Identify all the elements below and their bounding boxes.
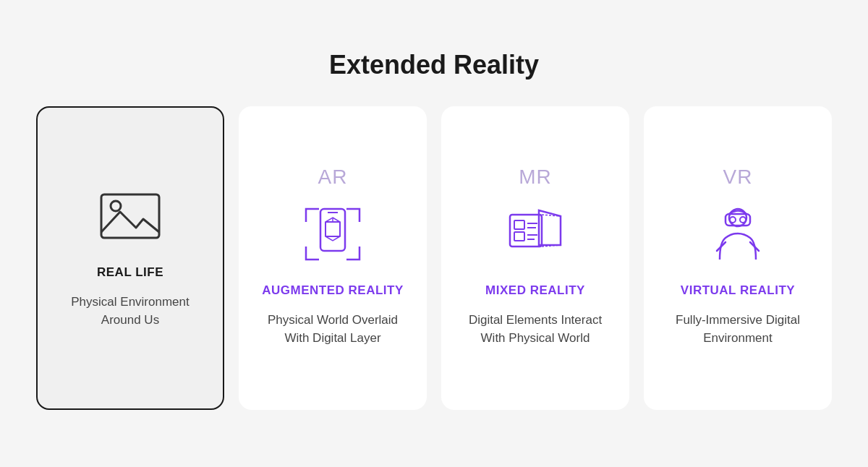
mr-abbrev: MR xyxy=(519,166,552,189)
svg-point-1 xyxy=(111,201,121,211)
ar-title: AUGMENTED REALITY xyxy=(262,283,404,299)
svg-rect-9 xyxy=(510,215,542,247)
svg-rect-11 xyxy=(514,232,524,241)
card-mr: MR xyxy=(441,106,629,410)
mr-desc: Digital Elements Interact With Physical … xyxy=(457,311,613,348)
real-life-icon xyxy=(98,184,163,249)
vr-abbrev: VR xyxy=(723,166,753,189)
card-vr: VR xyxy=(644,106,832,410)
svg-point-21 xyxy=(740,217,746,223)
ar-desc: Physical World Overlaid With Digital Lay… xyxy=(255,311,411,348)
svg-rect-2 xyxy=(320,209,345,251)
svg-rect-4 xyxy=(326,222,340,236)
card-ar: AR xyxy=(239,106,427,410)
svg-rect-0 xyxy=(101,194,159,238)
cards-row: REAL LIFE Physical Environment Around Us… xyxy=(29,106,839,410)
mr-title: MIXED REALITY xyxy=(485,283,585,299)
page-title: Extended Reality xyxy=(29,50,839,80)
real-life-title: REAL LIFE xyxy=(97,265,163,280)
ar-icon xyxy=(300,202,365,267)
ar-abbrev: AR xyxy=(318,166,348,189)
real-life-desc: Physical Environment Around Us xyxy=(54,293,207,330)
vr-icon xyxy=(705,202,770,267)
svg-rect-10 xyxy=(514,220,524,229)
page-wrapper: Extended Reality REAL LIFE Physical Envi… xyxy=(0,28,868,439)
card-real-life: REAL LIFE Physical Environment Around Us xyxy=(36,106,224,410)
mr-icon xyxy=(503,202,568,267)
svg-point-20 xyxy=(730,217,736,223)
vr-desc: Fully-Immersive Digital Environment xyxy=(660,311,816,348)
vr-title: VIRTUAL REALITY xyxy=(681,283,795,299)
